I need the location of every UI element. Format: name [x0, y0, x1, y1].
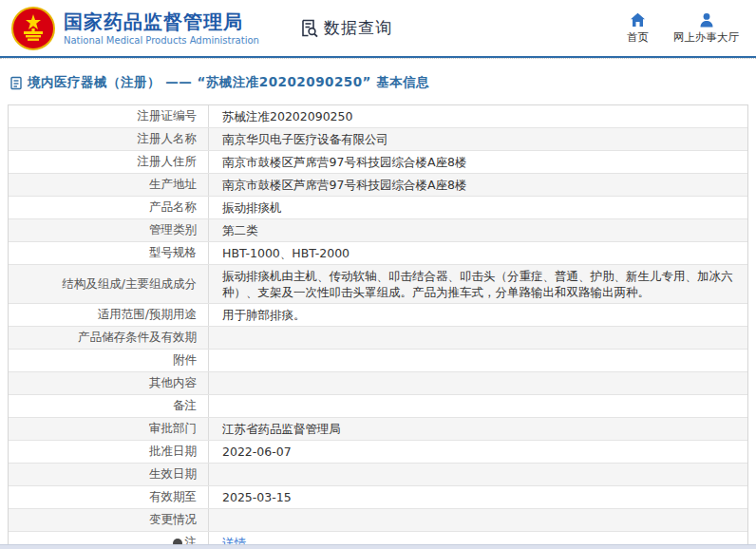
- org-name-cn: 国家药品监督管理局: [64, 10, 259, 33]
- row-label: 其他内容: [149, 375, 197, 391]
- row-label-cell: 其他内容: [9, 372, 208, 394]
- row-value: 2025-03-15: [222, 489, 292, 505]
- registration-info-table: 注册证编号苏械注准20202090250注册人名称南京华贝电子医疗设备有限公司注…: [8, 104, 748, 549]
- row-label: 产品名称: [149, 199, 197, 216]
- row-label-cell: 批准日期: [9, 441, 208, 463]
- row-label: 结构及组成/主要组成成分: [62, 276, 197, 293]
- site-header: 国家药品监督管理局 National Medical Products Admi…: [0, 0, 756, 58]
- table-row: 备注: [9, 394, 747, 417]
- row-value: 2022-06-07: [222, 444, 292, 460]
- row-value: 用于肺部排痰。: [222, 307, 306, 323]
- row-label-cell: 注册人名称: [9, 128, 208, 150]
- table-row: 变更情况: [9, 508, 747, 531]
- row-label: 变更情况: [149, 512, 197, 528]
- nav-home[interactable]: 首页: [627, 11, 649, 45]
- row-value: HBT-1000、HBT-2000: [222, 245, 350, 261]
- user-icon: [699, 11, 714, 28]
- row-value: 振动排痰机: [222, 199, 282, 216]
- row-label: 适用范围/预期用途: [98, 307, 197, 323]
- row-value: 苏械注准20202090250: [222, 108, 352, 124]
- table-row: 型号规格HBT-1000、HBT-2000: [9, 241, 747, 264]
- row-label: 批准日期: [149, 444, 197, 460]
- row-label: 产品储存条件及有效期: [78, 330, 197, 346]
- data-query-title: 数据查询: [299, 17, 392, 39]
- breadcrumb-text: 境内医疗器械（注册） —— “苏械注准20202090250” 基本信息: [28, 74, 429, 91]
- table-row: 有效期至2025-03-15: [9, 485, 747, 508]
- row-value-cell: 南京华贝电子医疗设备有限公司: [208, 128, 747, 150]
- row-label-cell: 产品名称: [9, 197, 208, 218]
- table-row: 生产地址南京市鼓楼区芦席营97号科技园综合楼A座8楼: [9, 173, 747, 196]
- row-value: 江苏省药品监督管理局: [222, 421, 341, 437]
- table-row: 注册人名称南京华贝电子医疗设备有限公司: [9, 127, 747, 150]
- row-value-cell: [208, 372, 747, 394]
- row-value-cell: 2025-03-15: [208, 486, 747, 508]
- row-value-cell: 振动排痰机: [208, 197, 747, 218]
- row-label-cell: 附件: [9, 350, 208, 371]
- row-label-cell: 结构及组成/主要组成成分: [9, 265, 208, 303]
- row-label: 注册证编号: [138, 108, 198, 124]
- row-value-cell: 南京市鼓楼区芦席营97号科技园综合楼A座8楼: [208, 151, 747, 173]
- table-row: 注册人住所南京市鼓楼区芦席营97号科技园综合楼A座8楼: [9, 150, 747, 173]
- row-label-cell: 型号规格: [9, 242, 208, 264]
- row-label: 审批部门: [149, 421, 197, 437]
- row-label-cell: 注册证编号: [9, 105, 208, 127]
- row-label-cell: 有效期至: [9, 486, 208, 508]
- table-row: 结构及组成/主要组成成分振动排痰机由主机、传动软轴、叩击结合器、叩击头（分重症、…: [9, 264, 747, 303]
- row-value: 南京市鼓楼区芦席营97号科技园综合楼A座8楼: [222, 154, 466, 170]
- page: 国家药品监督管理局 National Medical Products Admi…: [0, 0, 756, 549]
- row-value-cell: [208, 350, 747, 371]
- row-label: 附件: [173, 352, 197, 369]
- row-label-cell: 备注: [9, 395, 208, 417]
- row-label-cell: 管理类别: [9, 219, 208, 241]
- table-row: 生效日期: [9, 463, 747, 485]
- row-value-cell: HBT-1000、HBT-2000: [208, 242, 747, 264]
- row-value: 振动排痰机由主机、传动软轴、叩击结合器、叩击头（分重症、普通、护肋、新生儿专用、…: [222, 268, 738, 300]
- row-value-cell: 用于肺部排痰。: [208, 304, 747, 326]
- national-emblem-logo: [11, 7, 55, 50]
- row-value: 第二类: [222, 222, 258, 238]
- row-label: 注册人名称: [138, 131, 198, 147]
- table-row: 其他内容: [9, 371, 747, 394]
- row-label: 生效日期: [149, 466, 197, 483]
- nav-home-label: 首页: [627, 30, 649, 45]
- org-name-en: National Medical Products Administration: [64, 34, 259, 47]
- row-label: 有效期至: [149, 489, 197, 505]
- row-label: 备注: [173, 398, 197, 414]
- table-row: 产品储存条件及有效期: [9, 326, 747, 349]
- row-label-cell: 产品储存条件及有效期: [9, 327, 208, 349]
- table-row: 适用范围/预期用途用于肺部排痰。: [9, 303, 747, 326]
- row-value-cell: 第二类: [208, 219, 747, 241]
- row-label-cell: 注册人住所: [9, 151, 208, 173]
- row-value-cell: [208, 395, 747, 417]
- row-value: 南京华贝电子医疗设备有限公司: [222, 131, 388, 147]
- brand[interactable]: 国家药品监督管理局 National Medical Products Admi…: [11, 7, 259, 50]
- nav-service-hall[interactable]: 网上办事大厅: [673, 11, 739, 45]
- row-label-cell: 审批部门: [9, 418, 208, 440]
- row-label-cell: 生产地址: [9, 174, 208, 196]
- row-value-cell: [208, 464, 747, 485]
- home-icon: [630, 11, 646, 28]
- row-value: 南京市鼓楼区芦席营97号科技园综合楼A座8楼: [222, 177, 466, 193]
- table-row: 管理类别第二类: [9, 218, 747, 241]
- row-label-cell: 适用范围/预期用途: [9, 304, 208, 326]
- document-icon: [9, 76, 23, 90]
- top-nav: 首页 网上办事大厅: [627, 11, 739, 45]
- data-query-icon: [299, 18, 319, 38]
- row-value-cell: [208, 509, 747, 531]
- row-value-cell: 振动排痰机由主机、传动软轴、叩击结合器、叩击头（分重症、普通、护肋、新生儿专用、…: [208, 265, 747, 303]
- row-value-cell: 江苏省药品监督管理局: [208, 418, 747, 440]
- data-query-label: 数据查询: [324, 17, 392, 39]
- table-row: 附件: [9, 349, 747, 371]
- row-label-cell: 生效日期: [9, 464, 208, 485]
- table-row: 注册证编号苏械注准20202090250: [9, 105, 747, 127]
- row-label: 生产地址: [149, 177, 197, 193]
- breadcrumb: 境内医疗器械（注册） —— “苏械注准20202090250” 基本信息: [0, 59, 756, 104]
- brand-text: 国家药品监督管理局 National Medical Products Admi…: [64, 10, 259, 47]
- row-label: 注册人住所: [138, 154, 198, 170]
- table-row: 批准日期2022-06-07: [9, 440, 747, 463]
- row-value-cell: [208, 327, 747, 349]
- row-value-cell: 苏械注准20202090250: [208, 105, 747, 127]
- row-label-cell: 变更情况: [9, 509, 208, 531]
- nav-service-hall-label: 网上办事大厅: [673, 30, 739, 45]
- row-label: 型号规格: [149, 245, 197, 261]
